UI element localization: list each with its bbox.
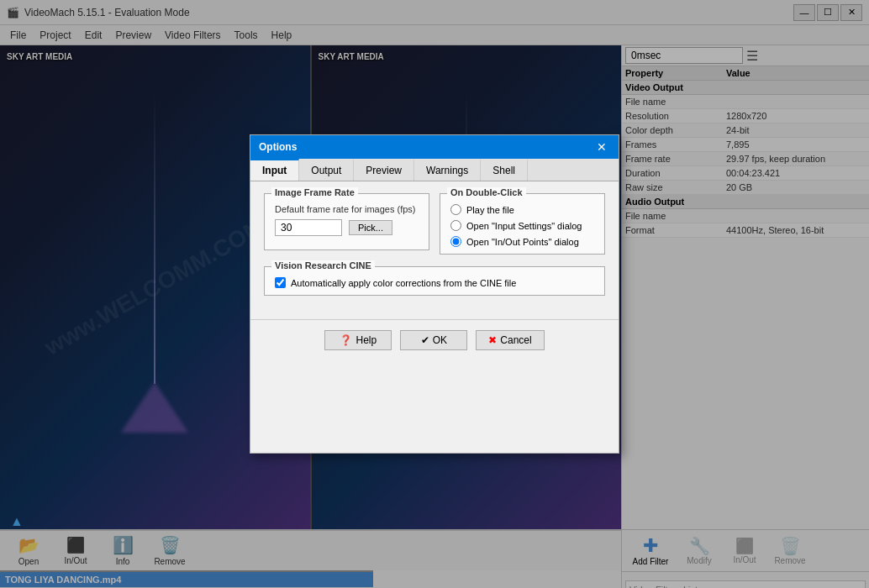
pick-button[interactable]: Pick... [349, 220, 392, 235]
cancel-label: Cancel [500, 334, 531, 346]
modal-body: Image Frame Rate Default frame rate for … [250, 181, 619, 319]
tab-preview[interactable]: Preview [354, 159, 414, 181]
modal-close-button[interactable]: ✕ [593, 140, 610, 154]
tab-output[interactable]: Output [299, 159, 354, 181]
tab-input[interactable]: Input [250, 159, 299, 181]
cancel-button[interactable]: ✖ Cancel [476, 330, 544, 350]
col-left: Image Frame Rate Default frame rate for … [264, 193, 429, 266]
radio-inout-points-input[interactable] [450, 236, 461, 247]
radio-inout-points-label: Open "In/Out Points" dialog [466, 237, 579, 247]
radio-play-label: Play the file [466, 205, 514, 215]
auto-color-checkbox[interactable] [275, 277, 286, 288]
options-dialog: Options ✕ Input Output Preview Warnings … [250, 134, 619, 454]
ok-label: OK [433, 334, 447, 346]
radio-play[interactable]: Play the file [450, 204, 594, 215]
help-icon: ❓ [340, 334, 352, 346]
radio-inout-points[interactable]: Open "In/Out Points" dialog [450, 236, 594, 247]
radio-play-input[interactable] [450, 204, 461, 215]
section-content: Default frame rate for images (fps) Pick… [275, 201, 419, 236]
frame-rate-row: Pick... [275, 219, 419, 236]
col-right: On Double-Click Play the file Open "Inpu… [440, 193, 605, 266]
tab-shell[interactable]: Shell [481, 159, 528, 181]
modal-title: Options [259, 141, 297, 153]
on-double-click-section: On Double-Click Play the file Open "Inpu… [440, 193, 605, 255]
tab-warnings[interactable]: Warnings [414, 159, 481, 181]
modal-tabs: Input Output Preview Warnings Shell [250, 159, 619, 181]
help-button[interactable]: ❓ Help [324, 330, 392, 350]
auto-color-label: Automatically apply color corrections fr… [291, 278, 516, 288]
modal-overlay: Options ✕ Input Output Preview Warnings … [0, 0, 869, 588]
image-frame-rate-title: Image Frame Rate [271, 187, 358, 197]
radio-input-settings-input[interactable] [450, 220, 461, 231]
radio-input-settings[interactable]: Open "Input Settings" dialog [450, 220, 594, 231]
vision-research-section: Vision Research CINE Automatically apply… [264, 266, 605, 296]
double-click-options: Play the file Open "Input Settings" dial… [450, 201, 594, 247]
help-label: Help [356, 334, 377, 346]
auto-color-checkbox-row[interactable]: Automatically apply color corrections fr… [275, 277, 594, 288]
ok-button[interactable]: ✔ OK [400, 330, 467, 350]
vision-research-title: Vision Research CINE [271, 260, 375, 270]
frame-rate-input[interactable] [275, 219, 342, 236]
cancel-icon: ✖ [488, 334, 497, 346]
ok-icon: ✔ [421, 334, 429, 346]
radio-input-settings-label: Open "Input Settings" dialog [466, 221, 582, 231]
on-double-click-title: On Double-Click [447, 187, 526, 197]
vision-research-content: Automatically apply color corrections fr… [275, 274, 594, 288]
frame-rate-label: Default frame rate for images (fps) [275, 204, 419, 214]
modal-two-cols: Image Frame Rate Default frame rate for … [264, 193, 605, 266]
image-frame-rate-section: Image Frame Rate Default frame rate for … [264, 193, 429, 250]
modal-footer: ❓ Help ✔ OK ✖ Cancel [250, 319, 619, 360]
modal-titlebar: Options ✕ [250, 135, 619, 159]
